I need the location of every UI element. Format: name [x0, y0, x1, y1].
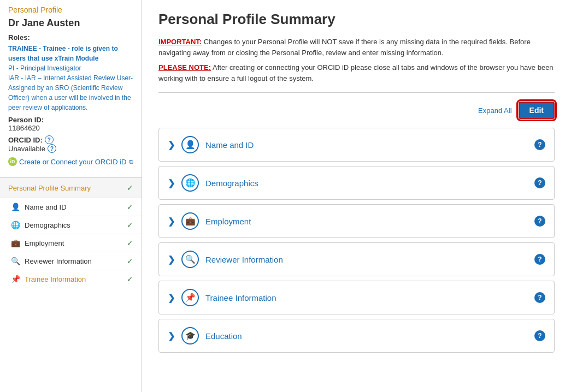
magnify-icon: 🔍 [11, 257, 20, 265]
sidebar-nav: Personal Profile Summary ✓ 👤 Name and ID… [0, 177, 142, 288]
name-and-id-check: ✓ [127, 203, 133, 211]
orcid-id-label: ORCID ID: ? [8, 135, 133, 144]
chevron-right-icon-employment: ❯ [168, 216, 175, 227]
sidebar-item-demographics[interactable]: 🌐 Demographics ✓ [0, 216, 142, 234]
please-note-text: After creating or connecting your ORCID … [158, 63, 554, 82]
person-id-value: 11864620 [8, 124, 133, 132]
section-row-demographics[interactable]: ❯ 🌐 Demographics ? [158, 166, 555, 200]
section-row-trainee-information[interactable]: ❯ 📌 Trainee Information ? [158, 281, 555, 314]
roles-label: Roles: [8, 33, 133, 41]
employment-help-icon[interactable]: ? [534, 216, 545, 227]
chevron-right-icon-trainee: ❯ [168, 293, 175, 303]
main-content: Personal Profile Summary IMPORTANT: Chan… [142, 0, 571, 392]
section-label-employment: Employment [205, 217, 534, 226]
nav-employment-label: Employment [25, 239, 64, 247]
trainee-check: ✓ [127, 275, 133, 283]
chevron-right-icon-education: ❯ [168, 331, 175, 341]
edit-button[interactable]: Edit [519, 102, 555, 119]
section-row-education[interactable]: ❯ 🎓 Education ? [158, 319, 555, 353]
orcid-logo: iD [8, 157, 17, 166]
sidebar-item-name-and-id[interactable]: 👤 Name and ID ✓ [0, 198, 142, 216]
expand-all-link[interactable]: Expand All [478, 106, 511, 115]
education-icon: 🎓 [181, 327, 199, 345]
chevron-right-icon-demographics: ❯ [168, 178, 175, 188]
nav-reviewer-label: Reviewer Information [25, 257, 92, 265]
education-help-icon[interactable]: ? [534, 330, 545, 341]
section-label-demographics: Demographics [205, 179, 534, 188]
notice-please: PLEASE NOTE: After creating or connectin… [158, 62, 555, 84]
reviewer-check: ✓ [127, 257, 133, 265]
sidebar-nav-header-label: Personal Profile Summary [8, 184, 91, 192]
external-link-icon: ⧉ [129, 158, 133, 165]
employment-icon: 💼 [181, 212, 199, 230]
orcid-help-icon[interactable]: ? [45, 135, 54, 144]
nav-trainee-label: Trainee Information [25, 275, 86, 283]
orcid-connect-link[interactable]: iD Create or Connect your ORCID iD ⧉ [8, 157, 133, 166]
demographics-help-icon[interactable]: ? [534, 177, 545, 188]
trainee-help-icon[interactable]: ? [534, 292, 545, 303]
chevron-right-icon-reviewer: ❯ [168, 254, 175, 265]
trainee-icon: 📌 [181, 289, 199, 306]
section-row-employment[interactable]: ❯ 💼 Employment ? [158, 204, 555, 238]
briefcase-icon: 💼 [11, 239, 20, 247]
trainee-role-text: TRAINEE - Trainee - role is given to use… [8, 45, 118, 62]
demographics-icon: 🌐 [181, 174, 199, 192]
roles-text: TRAINEE - Trainee - role is given to use… [8, 44, 133, 112]
sidebar-section-title: Personal Profile [8, 5, 133, 14]
person-id-label: Person ID: [8, 116, 133, 124]
pin-icon: 📌 [11, 275, 20, 283]
please-note-label: PLEASE NOTE: [158, 63, 211, 72]
sidebar: Personal Profile Dr Jane Austen Roles: T… [0, 0, 142, 392]
nav-name-and-id-label: Name and ID [25, 203, 67, 211]
action-row: Expand All Edit [158, 102, 555, 119]
important-text: Changes to your Personal Profile will NO… [158, 38, 531, 57]
section-label-reviewer-information: Reviewer Information [205, 255, 534, 264]
nav-demographics-label: Demographics [25, 221, 70, 229]
section-label-education: Education [205, 331, 534, 341]
sidebar-header: Personal Profile Dr Jane Austen Roles: T… [0, 0, 142, 177]
orcid-unavailable: Unavailable ? [8, 144, 133, 153]
globe-icon: 🌐 [11, 221, 20, 229]
person-icon: 👤 [11, 203, 20, 211]
divider [158, 92, 555, 93]
nav-header-check-icon: ✓ [127, 183, 133, 192]
pi-role-text: PI - Principal Investigator [8, 64, 81, 72]
name-and-id-help-icon[interactable]: ? [534, 139, 545, 150]
orcid-unavailable-help-icon[interactable]: ? [48, 144, 56, 153]
name-and-id-icon: 👤 [181, 136, 199, 153]
iar-role-text: IAR - IAR – Internet Assisted Review Use… [8, 74, 133, 111]
sidebar-item-reviewer-information[interactable]: 🔍 Reviewer Information ✓ [0, 252, 142, 270]
chevron-right-icon: ❯ [168, 140, 175, 150]
section-label-name-and-id: Name and ID [205, 140, 534, 150]
section-row-reviewer-information[interactable]: ❯ 🔍 Reviewer Information ? [158, 242, 555, 276]
sidebar-item-trainee-information[interactable]: 📌 Trainee Information ✓ [0, 270, 142, 288]
page-title: Personal Profile Summary [158, 11, 555, 28]
section-list: ❯ 👤 Name and ID ? ❯ 🌐 Demographics ? ❯ 💼… [158, 128, 555, 357]
sidebar-nav-header: Personal Profile Summary ✓ [0, 178, 142, 198]
notice-important: IMPORTANT: Changes to your Personal Prof… [158, 37, 555, 58]
reviewer-help-icon[interactable]: ? [534, 254, 545, 265]
section-row-name-and-id[interactable]: ❯ 👤 Name and ID ? [158, 128, 555, 162]
sidebar-item-employment[interactable]: 💼 Employment ✓ [0, 234, 142, 252]
demographics-check: ✓ [127, 221, 133, 229]
section-label-trainee-information: Trainee Information [205, 293, 534, 302]
sidebar-user-name: Dr Jane Austen [8, 17, 133, 29]
reviewer-icon: 🔍 [181, 251, 199, 268]
important-label: IMPORTANT: [158, 38, 202, 46]
employment-check: ✓ [127, 239, 133, 247]
